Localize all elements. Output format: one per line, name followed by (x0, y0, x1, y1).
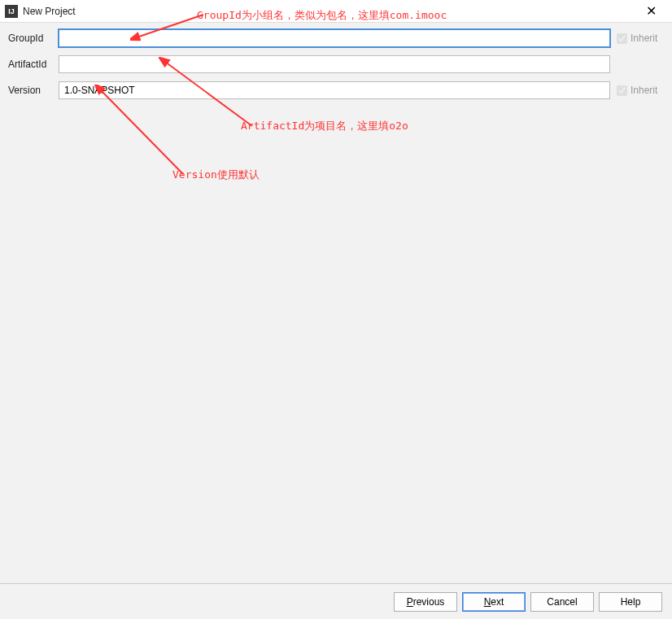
label-version: Version (8, 85, 59, 96)
inherit-version-label: Inherit (631, 85, 657, 96)
row-artifactid: ArtifactId (8, 55, 664, 73)
cancel-button[interactable]: Cancel (530, 592, 594, 612)
form-area: GroupId为小组名，类似为包名，这里填com.imooc GroupId I… (0, 23, 672, 114)
label-groupid: GroupId (8, 33, 59, 44)
label-artifactid: ArtifactId (8, 59, 59, 70)
annotation-groupid: GroupId为小组名，类似为包名，这里填com.imooc (197, 8, 447, 23)
inherit-version-checkbox (617, 85, 627, 96)
inherit-groupid-checkbox (617, 33, 627, 44)
next-button[interactable]: Next (462, 592, 526, 612)
row-groupid: GroupId Inherit (8, 29, 664, 47)
annotation-version: Version使用默认 (172, 168, 260, 182)
close-icon[interactable]: ✕ (635, 3, 667, 19)
app-icon: IJ (5, 5, 18, 18)
inherit-groupid: Inherit (617, 33, 664, 44)
help-button[interactable]: Help (599, 592, 662, 612)
inherit-version: Inherit (617, 85, 664, 96)
svg-line-2 (100, 89, 183, 174)
inherit-groupid-label: Inherit (631, 33, 657, 44)
input-version[interactable] (59, 81, 610, 99)
bottom-bar: Previous Next Cancel Help (0, 583, 672, 619)
input-groupid[interactable] (59, 29, 610, 47)
input-artifactid[interactable] (59, 55, 610, 73)
annotation-artifactid: ArtifactId为项目名，这里填o2o (241, 119, 408, 133)
row-version: Version Inherit (8, 81, 664, 99)
previous-button[interactable]: Previous (394, 592, 457, 612)
